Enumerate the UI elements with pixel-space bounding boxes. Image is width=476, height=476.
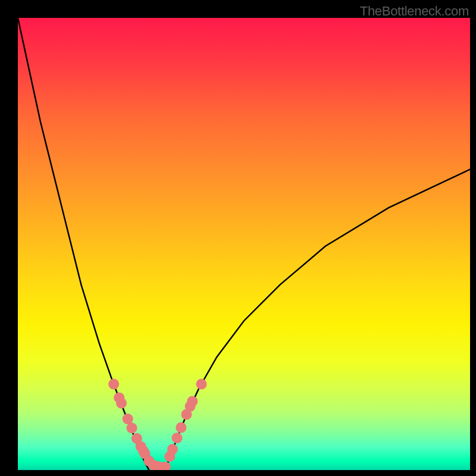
marker-right-dots bbox=[176, 422, 186, 433]
marker-left-dots bbox=[127, 422, 137, 433]
curve-left-branch bbox=[18, 18, 149, 470]
marker-right-dots bbox=[167, 444, 178, 455]
curve-right-branch bbox=[165, 170, 470, 470]
marker-right-dots bbox=[196, 379, 207, 390]
marker-right-dots bbox=[172, 433, 183, 443]
marker-left-dots bbox=[108, 379, 119, 390]
chart-svg bbox=[18, 18, 470, 470]
chart-markers-group bbox=[108, 379, 206, 470]
chart-lines-group bbox=[18, 18, 470, 470]
watermark-text: TheBottleneck.com bbox=[360, 4, 469, 19]
marker-right-dots bbox=[187, 396, 198, 406]
chart-plot-area bbox=[18, 18, 470, 470]
marker-left-dots bbox=[116, 398, 127, 409]
